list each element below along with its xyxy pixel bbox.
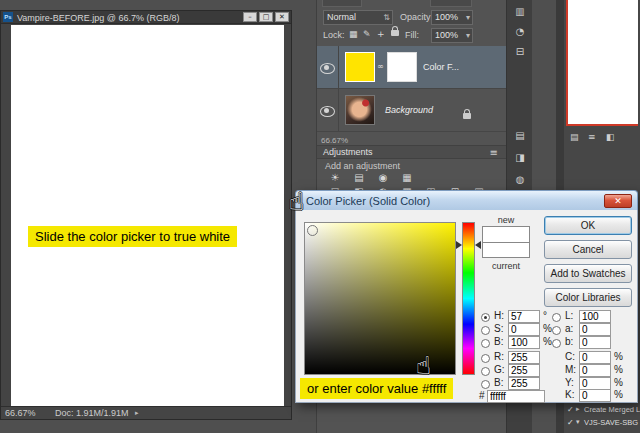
radio-l[interactable] [552, 313, 561, 322]
field-suffix: % [614, 364, 623, 375]
radio-s[interactable] [481, 326, 490, 335]
maximize-button[interactable]: □ [259, 12, 273, 22]
zoom-level-field[interactable]: 66.67% [5, 408, 36, 418]
status-menu-icon[interactable]: ▸ [135, 409, 139, 417]
layer-row-color-fill[interactable]: ∞ Color F... [317, 46, 507, 89]
lock-transparency-icon[interactable]: ▦ [349, 29, 358, 39]
mask-link-icon[interactable]: ∞ [377, 62, 384, 71]
lock-position-icon[interactable]: + [377, 29, 385, 39]
chevron-down-icon: ▾ [466, 29, 470, 42]
c-input[interactable] [579, 351, 611, 364]
l-input[interactable] [579, 310, 611, 323]
color-fill-thumbnail[interactable] [345, 52, 375, 82]
field-label: H: [494, 310, 508, 321]
lock-pixels-icon[interactable]: ✎ [363, 29, 371, 39]
panel-menu-icon[interactable]: ≡ [490, 147, 498, 158]
background-thumbnail[interactable] [345, 95, 375, 125]
add-to-swatches-button[interactable]: Add to Swatches [544, 264, 632, 283]
layer-name[interactable]: Color F... [423, 62, 459, 72]
field-row-s: S:% [481, 323, 552, 337]
g-input[interactable] [508, 364, 540, 377]
radio-a[interactable] [552, 326, 561, 335]
dock-icon[interactable]: ▤ [570, 132, 579, 142]
blend-mode-value: Normal [327, 12, 356, 22]
panel-icon[interactable]: ◔ [507, 26, 533, 37]
lock-all-icon[interactable] [391, 28, 399, 38]
k-input[interactable] [579, 389, 611, 402]
field-label: R: [494, 351, 508, 362]
fill-value-select[interactable]: 100% ▾ [431, 28, 473, 43]
action-item-create-merged-layer[interactable]: ✓ ▸ Create Merged Layer [564, 404, 640, 416]
close-button[interactable]: ✕ [275, 12, 289, 22]
blend-mode-select[interactable]: Normal ⇅ [323, 10, 393, 25]
ok-button[interactable]: OK [544, 216, 632, 235]
color-selection-marker[interactable] [307, 225, 318, 236]
field-suffix: % [614, 351, 623, 362]
document-titlebar[interactable]: Ps Vampire-BEFORE.jpg @ 66.7% (RGB/8) – … [1, 11, 291, 24]
hex-input[interactable] [487, 390, 545, 403]
bb-input[interactable] [579, 336, 611, 349]
s-input[interactable] [508, 323, 540, 336]
field-label: S: [494, 323, 508, 334]
minimize-button[interactable]: – [243, 12, 257, 22]
b-input[interactable] [508, 336, 540, 349]
radio-bb[interactable] [552, 339, 561, 348]
check-icon[interactable]: ✓ [567, 418, 574, 427]
a-input[interactable] [579, 323, 611, 336]
adjustment-brightness-icon[interactable]: ☀ [325, 172, 345, 185]
adjustment-curves-icon[interactable]: ◉ [373, 172, 393, 185]
h-input[interactable] [508, 310, 540, 323]
annotation-enter-hex: or enter color value #fffff [300, 378, 453, 399]
new-color-swatch [482, 226, 530, 242]
document-window: Ps Vampire-BEFORE.jpg @ 66.7% (RGB/8) – … [0, 10, 292, 420]
r-input[interactable] [508, 351, 540, 364]
adjustments-panel-header[interactable]: Adjustments ≡ [317, 145, 506, 159]
panel-icon[interactable]: ◨ [507, 152, 533, 163]
b2-input[interactable] [508, 377, 540, 390]
hex-prefix: # [479, 390, 487, 401]
color-libraries-button[interactable]: Color Libraries [544, 288, 632, 307]
adjustment-exposure-icon[interactable]: ▦ [397, 172, 417, 185]
layer-mask-thumbnail[interactable] [387, 52, 417, 82]
hue-slider[interactable] [462, 222, 475, 375]
panel-icon[interactable]: ▥ [507, 6, 533, 17]
field-row-h: H:° [481, 310, 547, 324]
field-suffix: % [543, 336, 552, 347]
dialog-close-button[interactable]: ✕ [604, 194, 632, 208]
dock-icon[interactable]: ◧ [606, 132, 615, 142]
hue-slider-arrow-icon[interactable] [456, 241, 462, 249]
opacity-value-select[interactable]: 100% ▾ [431, 10, 473, 25]
field-row-hex: # [479, 390, 545, 404]
panel-icon[interactable]: ⊟ [507, 46, 533, 57]
radio-b[interactable] [481, 339, 490, 348]
action-item-vjs-save[interactable]: ✓ ▾ VJS-SAVE-SBG [564, 417, 640, 429]
caret-down-icon[interactable]: ▾ [576, 418, 580, 426]
visibility-eye-icon[interactable] [320, 106, 335, 117]
action-label[interactable]: Create Merged Layer [584, 405, 640, 414]
caret-right-icon[interactable]: ▸ [576, 405, 580, 413]
field-row-l: L: [552, 310, 614, 324]
radio-r[interactable] [481, 354, 490, 363]
action-label[interactable]: VJS-SAVE-SBG [584, 418, 638, 427]
visibility-eye-icon[interactable] [320, 63, 335, 74]
adjustment-levels-icon[interactable]: ▤ [349, 172, 369, 185]
layer-name[interactable]: Background [385, 105, 433, 115]
hue-slider-arrow-icon[interactable] [475, 241, 481, 249]
layer-row-background[interactable]: Background [317, 89, 507, 132]
dialog-titlebar[interactable]: Color Picker (Solid Color) ✕ [295, 190, 638, 210]
canvas[interactable] [11, 25, 284, 408]
current-color-label: current [482, 261, 530, 271]
check-icon[interactable]: ✓ [567, 405, 574, 414]
dock-icon[interactable]: ≡ [588, 132, 596, 142]
m-input[interactable] [579, 364, 611, 377]
radio-g[interactable] [481, 367, 490, 376]
saturation-brightness-field[interactable] [304, 222, 456, 375]
doc-size-readout: Doc: 1.91M/1.91M [55, 408, 129, 418]
panel-icon[interactable]: ◍ [507, 174, 533, 185]
current-color-swatch[interactable] [482, 242, 530, 258]
cancel-button[interactable]: Cancel [544, 240, 632, 259]
radio-b2[interactable] [481, 380, 490, 389]
radio-h[interactable] [481, 313, 490, 322]
panel-icon[interactable]: ▤ [507, 130, 533, 141]
secondary-document-preview[interactable] [566, 0, 638, 126]
